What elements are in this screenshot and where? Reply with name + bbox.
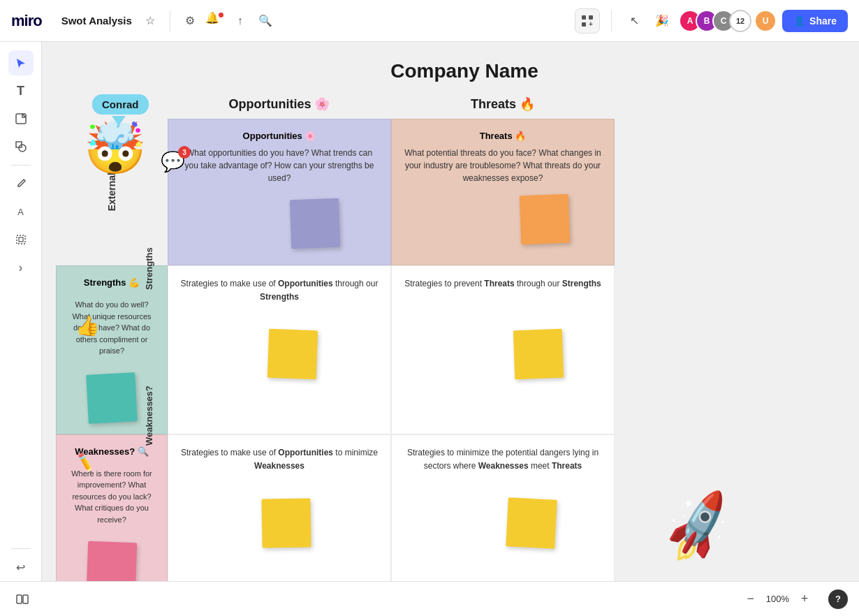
chat-badge: 3 [178,146,191,159]
sticky-note-yellow-wo[interactable] [261,498,311,548]
svg-rect-9 [17,595,22,603]
more-tools[interactable]: › [8,255,34,280]
cell-threats-header[interactable]: Threats 🔥 What potential threats do you … [391,119,615,265]
sticky-note-orange[interactable] [520,194,570,244]
select-tool[interactable] [8,50,34,75]
thr-desc: What potential threats do you face? What… [403,147,603,184]
opp-title: Opportunities 🌸 [179,131,379,141]
canvas[interactable]: Conrad 🤯 💬 3 👍 ✏️ Company Name Opportuni… [42,42,859,581]
zoom-level[interactable]: 100% [766,594,789,604]
settings-icon[interactable]: ⚙ [180,11,200,31]
cell-wo[interactable]: Strategies to make use of Opportunities … [168,434,391,582]
zoom-out-button[interactable]: − [741,589,761,609]
str-title: Strengths 💪 [84,277,140,288]
swot-board: Company Name Opportunities 🌸 Threats 🔥 E… [56,49,859,581]
svg-text:+: + [589,20,593,27]
avatars-group: A B C 12 U [679,10,777,32]
frame-tool[interactable] [8,227,34,252]
bottom-bar: − 100% + ? [0,581,859,616]
nav-separator-2 [611,10,612,31]
thr-title: Threats 🔥 [403,131,603,141]
col-header-thr: Threats 🔥 [391,96,615,119]
cursor-tooltip: Conrad [92,94,149,126]
chat-icon: 💬 3 [161,150,185,173]
sticky-note-teal[interactable] [86,372,138,424]
wk-desc: Where is there room for improvement? Wha… [68,468,156,526]
logo: miro [11,12,42,30]
board-title-heading[interactable]: Company Name [56,49,859,96]
undo-button[interactable]: ↩ [8,555,34,580]
toolbar-separator-2 [11,548,31,549]
left-toolbar: T A › ↩ ↪ [0,42,42,616]
col-header-opp: Opportunities 🌸 [168,96,391,119]
svg-rect-7 [17,235,25,244]
cell-wt[interactable]: Strategies to minimize the potential dan… [391,434,615,582]
pointer-icon[interactable]: ↖ [624,11,644,31]
emoji-character: 🤯 [84,119,147,178]
share-label: Share [809,15,837,27]
party-icon[interactable]: 🎉 [652,11,672,31]
text-tool[interactable]: T [8,78,34,103]
swot-grid: External Opportunities 🌸 What opportunit… [56,119,859,581]
nav-right: + ↖ 🎉 A B C 12 U 👤 Share [575,8,848,34]
wo-strategy: Strategies to make use of Opportunities … [179,446,379,473]
notifications-icon[interactable]: 🔔 [205,11,225,31]
column-headers: Opportunities 🌸 Threats 🔥 [168,96,859,119]
toolbar-separator-1 [11,165,31,166]
svg-point-5 [19,145,26,152]
zoom-controls: − 100% + ? [741,589,848,609]
help-button[interactable]: ? [828,589,848,609]
external-label: External [106,173,117,211]
nav-separator [170,10,170,31]
share-button[interactable]: 👤 Share [782,10,848,32]
chat-bubble[interactable]: 💬 3 [161,150,185,173]
avatar-own: U [754,10,777,32]
cell-so[interactable]: Strategies to make use of Opportunities … [168,265,391,434]
wt-strategy: Strategies to minimize the potential dan… [403,446,603,473]
strengths-side-label: Strengths [144,196,154,342]
svg-rect-1 [589,15,593,20]
weaknesses-side-label: Weaknesses? [144,342,154,489]
st-strategy: Strategies to prevent Threats through ou… [403,277,603,291]
apps-button[interactable]: + [575,8,600,34]
thumb-up-emoji: 👍 [75,314,100,337]
search-icon[interactable]: 🔍 [256,11,275,31]
top-navigation: miro Swot Analysis ☆ ⚙ 🔔 ↑ 🔍 + ↖ 🎉 A B C… [0,0,859,42]
so-strategy: Strategies to make use of Opportunities … [179,277,379,304]
nav-left: miro Swot Analysis ☆ ⚙ 🔔 ↑ 🔍 [11,10,575,31]
star-icon[interactable]: ☆ [140,11,160,31]
shapes-tool[interactable] [8,134,34,159]
cursor-name: Conrad [92,94,149,115]
cell-opportunities-header[interactable]: Opportunities 🌸 What opportunities do yo… [168,119,391,265]
pen-tool[interactable] [8,171,34,196]
sticky-note-yellow-st[interactable] [513,329,564,379]
sticky-note-yellow-so[interactable] [267,329,318,379]
cell-st[interactable]: Strategies to prevent Threats through ou… [391,265,615,434]
board-title[interactable]: Swot Analysis [61,15,132,27]
svg-rect-0 [582,15,586,20]
sticky-note-yellow-wt[interactable] [506,497,558,549]
sticky-tool[interactable] [8,106,34,131]
svg-rect-10 [23,595,28,603]
zoom-in-button[interactable]: + [795,589,814,609]
opp-desc: What opportunities do you have? What tre… [179,147,379,184]
svg-rect-8 [19,237,23,242]
sticky-note-blue[interactable] [290,198,340,249]
sticky-note-pink[interactable] [87,541,137,581]
share-icon: 👤 [793,15,805,27]
avatar-count: 12 [729,10,751,32]
eraser-tool[interactable]: A [8,199,34,224]
upload-icon[interactable]: ↑ [230,11,250,31]
panel-toggle-button[interactable] [11,588,34,610]
tooltip-arrow [112,116,126,126]
svg-rect-2 [582,22,586,27]
